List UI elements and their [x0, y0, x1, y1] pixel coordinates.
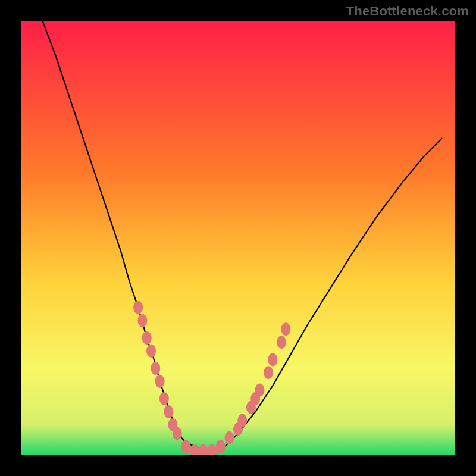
- curve-marker: [277, 336, 286, 349]
- curve-marker: [181, 440, 190, 453]
- curve-marker: [133, 301, 143, 314]
- curve-marker: [146, 345, 156, 358]
- curve-marker: [255, 384, 265, 397]
- curve-marker: [281, 322, 290, 336]
- bottleneck-chart: [21, 21, 455, 455]
- watermark-text: TheBottleneck.com: [346, 4, 469, 19]
- curve-marker: [164, 405, 173, 418]
- curve-marker: [137, 314, 147, 327]
- plot-area: [21, 21, 455, 455]
- curve-marker: [159, 392, 169, 405]
- curve-marker: [237, 414, 247, 427]
- curve-marker: [151, 362, 160, 375]
- curve-marker: [155, 375, 165, 388]
- chart-frame: TheBottleneck.com: [0, 0, 476, 476]
- curve-marker: [264, 366, 273, 379]
- curve-marker: [173, 427, 182, 440]
- curve-marker: [142, 331, 152, 345]
- curve-marker: [268, 353, 277, 366]
- curve-marker: [216, 440, 226, 453]
- curve-marker: [224, 431, 234, 444]
- gradient-background: [21, 21, 455, 455]
